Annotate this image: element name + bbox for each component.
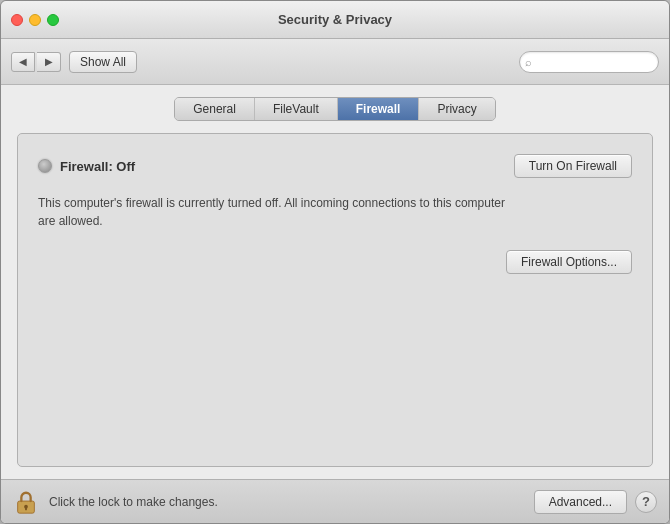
tab-general[interactable]: General bbox=[175, 98, 255, 120]
tab-bar: General FileVault Firewall Privacy bbox=[17, 97, 653, 121]
titlebar: Security & Privacy bbox=[1, 1, 669, 39]
search-input[interactable] bbox=[519, 51, 659, 73]
content-area: General FileVault Firewall Privacy Firew… bbox=[1, 85, 669, 479]
firewall-description: This computer's firewall is currently tu… bbox=[38, 194, 518, 230]
search-icon: ⌕ bbox=[525, 56, 532, 68]
advanced-button[interactable]: Advanced... bbox=[534, 490, 627, 514]
svg-rect-2 bbox=[25, 506, 27, 510]
tab-firewall[interactable]: Firewall bbox=[338, 98, 420, 120]
bottom-right-buttons: Advanced... ? bbox=[534, 490, 657, 514]
maximize-button[interactable] bbox=[47, 14, 59, 26]
lock-label: Click the lock to make changes. bbox=[49, 495, 218, 509]
firewall-status-row: Firewall: Off Turn On Firewall bbox=[38, 154, 632, 178]
forward-button[interactable]: ▶ bbox=[37, 52, 61, 72]
firewall-panel: Firewall: Off Turn On Firewall This comp… bbox=[17, 133, 653, 467]
toolbar: ◀ ▶ Show All ⌕ bbox=[1, 39, 669, 85]
main-window: Security & Privacy ◀ ▶ Show All ⌕ Genera… bbox=[0, 0, 670, 524]
forward-arrow-icon: ▶ bbox=[45, 56, 53, 67]
firewall-status-left: Firewall: Off bbox=[38, 159, 135, 174]
minimize-button[interactable] bbox=[29, 14, 41, 26]
traffic-lights bbox=[11, 14, 59, 26]
tab-filevault[interactable]: FileVault bbox=[255, 98, 338, 120]
firewall-options-row: Firewall Options... bbox=[38, 250, 632, 274]
search-box: ⌕ bbox=[519, 51, 659, 73]
firewall-options-button[interactable]: Firewall Options... bbox=[506, 250, 632, 274]
back-arrow-icon: ◀ bbox=[19, 56, 27, 67]
help-button[interactable]: ? bbox=[635, 491, 657, 513]
status-indicator-icon bbox=[38, 159, 52, 173]
firewall-status-text: Firewall: Off bbox=[60, 159, 135, 174]
lock-icon bbox=[15, 489, 37, 515]
close-button[interactable] bbox=[11, 14, 23, 26]
tab-privacy[interactable]: Privacy bbox=[419, 98, 494, 120]
turn-on-firewall-button[interactable]: Turn On Firewall bbox=[514, 154, 632, 178]
bottom-bar: Click the lock to make changes. Advanced… bbox=[1, 479, 669, 523]
lock-button[interactable] bbox=[13, 489, 39, 515]
nav-buttons: ◀ ▶ bbox=[11, 52, 61, 72]
tab-container: General FileVault Firewall Privacy bbox=[174, 97, 496, 121]
window-title: Security & Privacy bbox=[278, 12, 392, 27]
show-all-button[interactable]: Show All bbox=[69, 51, 137, 73]
back-button[interactable]: ◀ bbox=[11, 52, 35, 72]
